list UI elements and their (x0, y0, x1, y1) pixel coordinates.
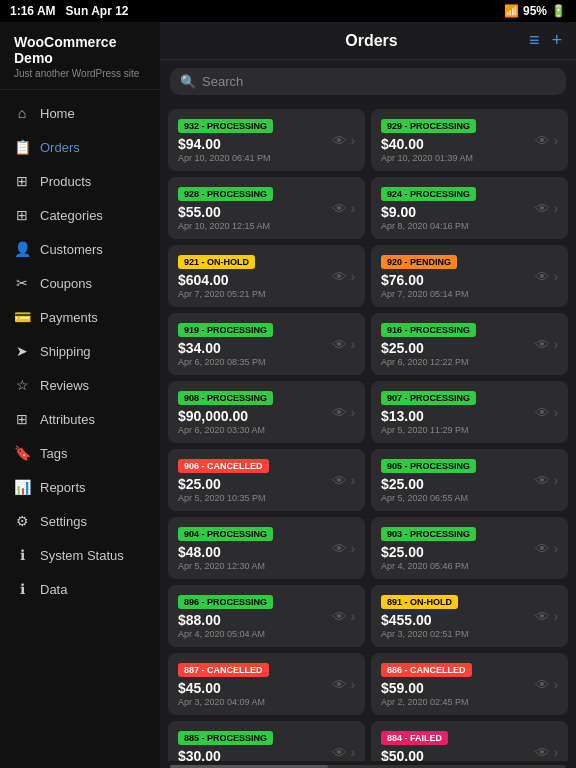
order-info: 891 - ON-HOLD $455.00 Apr 3, 2020 02:51 … (381, 593, 535, 639)
order-view-button[interactable]: 👁 (332, 336, 347, 353)
order-status-badge: 908 - PROCESSING (178, 391, 273, 405)
order-arrow-button[interactable]: › (554, 133, 558, 148)
sidebar-item-tags[interactable]: 🔖 Tags (0, 436, 160, 470)
order-amount: $59.00 (381, 680, 535, 696)
order-amount: $25.00 (381, 340, 535, 356)
order-view-button[interactable]: 👁 (535, 268, 550, 285)
order-view-button[interactable]: 👁 (332, 608, 347, 625)
sidebar-item-home[interactable]: ⌂ Home (0, 96, 160, 130)
order-actions: 👁 › (535, 676, 558, 693)
order-arrow-button[interactable]: › (351, 337, 355, 352)
order-card: 884 - FAILED $50.00 Apr 1, 2020 04:40 PM… (371, 721, 568, 761)
order-card: 921 - ON-HOLD $604.00 Apr 7, 2020 05:21 … (168, 245, 365, 307)
order-view-button[interactable]: 👁 (332, 404, 347, 421)
order-date: Apr 2, 2020 02:45 PM (381, 697, 535, 707)
order-arrow-button[interactable]: › (554, 473, 558, 488)
order-info: 906 - CANCELLED $25.00 Apr 5, 2020 10:35… (178, 457, 332, 503)
order-view-button[interactable]: 👁 (535, 200, 550, 217)
sidebar-label-tags: Tags (40, 446, 67, 461)
sidebar-label-reports: Reports (40, 480, 86, 495)
sidebar-item-system-status[interactable]: ℹ System Status (0, 538, 160, 572)
sidebar-item-data[interactable]: ℹ Data (0, 572, 160, 606)
order-view-button[interactable]: 👁 (535, 132, 550, 149)
attributes-icon: ⊞ (14, 411, 30, 427)
site-header: WooCommerce Demo Just another WordPress … (0, 22, 160, 90)
order-arrow-button[interactable]: › (351, 541, 355, 556)
filter-button[interactable]: ≡ (529, 30, 540, 51)
order-view-button[interactable]: 👁 (535, 404, 550, 421)
order-info: 928 - PROCESSING $55.00 Apr 10, 2020 12:… (178, 185, 332, 231)
data-icon: ℹ (14, 581, 30, 597)
add-order-button[interactable]: + (551, 30, 562, 51)
order-arrow-button[interactable]: › (554, 745, 558, 760)
order-status-badge: 920 - PENDING (381, 255, 457, 269)
order-arrow-button[interactable]: › (351, 745, 355, 760)
search-icon: 🔍 (180, 74, 196, 89)
order-actions: 👁 › (332, 336, 355, 353)
order-view-button[interactable]: 👁 (332, 676, 347, 693)
sidebar-item-customers[interactable]: 👤 Customers (0, 232, 160, 266)
order-arrow-button[interactable]: › (351, 269, 355, 284)
order-amount: $48.00 (178, 544, 332, 560)
order-card: 891 - ON-HOLD $455.00 Apr 3, 2020 02:51 … (371, 585, 568, 647)
sidebar-item-orders[interactable]: 📋 Orders (0, 130, 160, 164)
order-card: 920 - PENDING $76.00 Apr 7, 2020 05:14 P… (371, 245, 568, 307)
order-amount: $30.00 (178, 748, 332, 761)
order-view-button[interactable]: 👁 (535, 336, 550, 353)
order-arrow-button[interactable]: › (554, 609, 558, 624)
sidebar-item-coupons[interactable]: ✂ Coupons (0, 266, 160, 300)
sidebar-item-reviews[interactable]: ☆ Reviews (0, 368, 160, 402)
order-amount: $55.00 (178, 204, 332, 220)
order-arrow-button[interactable]: › (351, 677, 355, 692)
order-view-button[interactable]: 👁 (332, 540, 347, 557)
order-view-button[interactable]: 👁 (535, 744, 550, 761)
order-amount: $50.00 (381, 748, 535, 761)
panel-header: Orders ≡ + (160, 22, 576, 60)
order-arrow-button[interactable]: › (351, 201, 355, 216)
order-arrow-button[interactable]: › (554, 405, 558, 420)
order-info: 896 - PROCESSING $88.00 Apr 4, 2020 05:0… (178, 593, 332, 639)
order-view-button[interactable]: 👁 (332, 268, 347, 285)
order-view-button[interactable]: 👁 (535, 676, 550, 693)
order-arrow-button[interactable]: › (351, 473, 355, 488)
sidebar-item-payments[interactable]: 💳 Payments (0, 300, 160, 334)
orders-list[interactable]: 932 - PROCESSING $94.00 Apr 10, 2020 06:… (160, 103, 576, 761)
order-card: 928 - PROCESSING $55.00 Apr 10, 2020 12:… (168, 177, 365, 239)
sidebar-item-products[interactable]: ⊞ Products (0, 164, 160, 198)
sidebar-label-home: Home (40, 106, 75, 121)
sidebar-item-shipping[interactable]: ➤ Shipping (0, 334, 160, 368)
order-date: Apr 3, 2020 04:09 AM (178, 697, 332, 707)
sidebar-item-categories[interactable]: ⊞ Categories (0, 198, 160, 232)
order-view-button[interactable]: 👁 (535, 540, 550, 557)
order-view-button[interactable]: 👁 (332, 200, 347, 217)
order-view-button[interactable]: 👁 (332, 132, 347, 149)
sidebar-item-reports[interactable]: 📊 Reports (0, 470, 160, 504)
order-arrow-button[interactable]: › (351, 405, 355, 420)
sidebar-label-orders: Orders (40, 140, 80, 155)
order-arrow-button[interactable]: › (554, 269, 558, 284)
sidebar-label-attributes: Attributes (40, 412, 95, 427)
order-view-button[interactable]: 👁 (535, 472, 550, 489)
order-date: Apr 10, 2020 06:41 PM (178, 153, 332, 163)
order-date: Apr 4, 2020 05:04 AM (178, 629, 332, 639)
order-info: 908 - PROCESSING $90,000.00 Apr 6, 2020 … (178, 389, 332, 435)
order-status-badge: 907 - PROCESSING (381, 391, 476, 405)
sidebar-label-categories: Categories (40, 208, 103, 223)
order-arrow-button[interactable]: › (554, 337, 558, 352)
order-arrow-button[interactable]: › (554, 677, 558, 692)
order-arrow-button[interactable]: › (554, 541, 558, 556)
order-view-button[interactable]: 👁 (332, 744, 347, 761)
order-arrow-button[interactable]: › (351, 133, 355, 148)
order-view-button[interactable]: 👁 (332, 472, 347, 489)
order-info: 886 - CANCELLED $59.00 Apr 2, 2020 02:45… (381, 661, 535, 707)
order-actions: 👁 › (535, 268, 558, 285)
order-arrow-button[interactable]: › (554, 201, 558, 216)
order-actions: 👁 › (332, 744, 355, 761)
order-view-button[interactable]: 👁 (535, 608, 550, 625)
order-arrow-button[interactable]: › (351, 609, 355, 624)
sidebar-item-settings[interactable]: ⚙ Settings (0, 504, 160, 538)
search-input[interactable] (202, 74, 556, 89)
search-wrapper[interactable]: 🔍 (170, 68, 566, 95)
sidebar-item-attributes[interactable]: ⊞ Attributes (0, 402, 160, 436)
shipping-icon: ➤ (14, 343, 30, 359)
